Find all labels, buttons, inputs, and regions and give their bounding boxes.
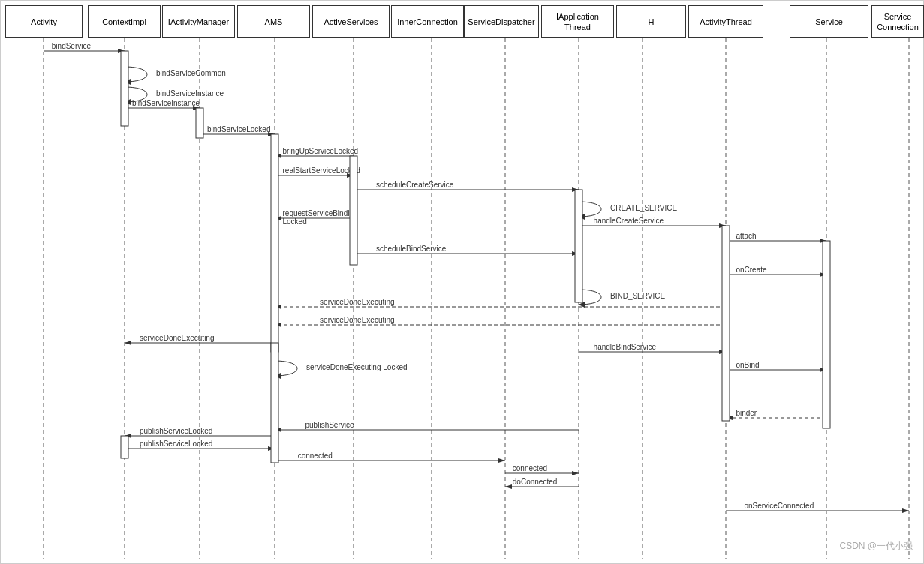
watermark: CSDN @一代小强 bbox=[839, 540, 913, 553]
svg-text:bindServiceLocked: bindServiceLocked bbox=[207, 125, 271, 134]
actor-iapplicationthread: IApplicationThread bbox=[541, 5, 614, 38]
svg-rect-99 bbox=[722, 226, 730, 421]
svg-rect-94 bbox=[121, 51, 128, 126]
svg-text:publishService: publishService bbox=[305, 421, 354, 429]
actor-serviceconnection: ServiceConnection bbox=[871, 5, 924, 38]
svg-text:serviceDoneExecuting: serviceDoneExecuting bbox=[320, 298, 394, 306]
svg-text:BIND_SERVICE: BIND_SERVICE bbox=[610, 292, 666, 300]
svg-text:binder: binder bbox=[736, 409, 757, 417]
svg-rect-102 bbox=[121, 436, 128, 458]
svg-rect-97 bbox=[350, 156, 357, 265]
svg-text:onServiceConnected: onServiceConnected bbox=[744, 502, 814, 510]
svg-marker-83 bbox=[498, 458, 505, 463]
svg-marker-92 bbox=[902, 508, 909, 513]
svg-text:serviceDoneExecuting: serviceDoneExecuting bbox=[140, 334, 215, 342]
actor-h: H bbox=[616, 5, 686, 38]
actor-innerconnection: InnerConnection bbox=[391, 5, 464, 38]
svg-rect-96 bbox=[271, 134, 278, 352]
svg-text:realStartServiceLocked: realStartServiceLocked bbox=[283, 166, 360, 175]
svg-text:bindServiceCommon: bindServiceCommon bbox=[156, 69, 226, 77]
svg-text:onCreate: onCreate bbox=[736, 266, 767, 274]
svg-text:connected: connected bbox=[298, 452, 333, 460]
svg-text:serviceDoneExecuting: serviceDoneExecuting bbox=[320, 316, 394, 324]
actor-service: Service bbox=[790, 5, 868, 38]
actor-iactivitymanager: IActivityManager bbox=[162, 5, 235, 38]
svg-text:publishServiceLocked: publishServiceLocked bbox=[140, 427, 212, 435]
actor-ams: AMS bbox=[237, 5, 310, 38]
svg-text:scheduleCreateService: scheduleCreateService bbox=[376, 181, 454, 189]
svg-text:bindService: bindService bbox=[52, 42, 92, 50]
svg-text:bindServiceInstance: bindServiceInstance bbox=[132, 99, 200, 107]
actor-activitythread: ActivityThread bbox=[688, 5, 763, 38]
svg-rect-101 bbox=[271, 343, 278, 463]
svg-text:attach: attach bbox=[736, 232, 756, 240]
svg-marker-89 bbox=[505, 484, 512, 489]
svg-text:serviceDoneExecuting Locked: serviceDoneExecuting Locked bbox=[306, 363, 408, 371]
svg-text:requestServiceBindingLocked: requestServiceBindingLocked bbox=[283, 209, 358, 226]
svg-text:handleCreateService: handleCreateService bbox=[594, 217, 664, 225]
svg-marker-60 bbox=[125, 340, 131, 345]
actor-contextimpl: ContextImpl bbox=[88, 5, 161, 38]
svg-text:scheduleBindService: scheduleBindService bbox=[376, 244, 447, 253]
svg-text:CREATE_SERVICE: CREATE_SERVICE bbox=[610, 204, 677, 212]
svg-text:bringUpServiceLocked: bringUpServiceLocked bbox=[283, 147, 359, 155]
actor-activity: Activity bbox=[5, 5, 83, 38]
svg-rect-98 bbox=[575, 190, 582, 302]
svg-text:bindServiceInstance: bindServiceInstance bbox=[156, 89, 224, 98]
svg-text:onBind: onBind bbox=[736, 361, 759, 369]
svg-rect-100 bbox=[823, 241, 830, 428]
svg-rect-95 bbox=[196, 108, 203, 138]
diagram-container: bindServicebindServiceCommonbindServiceI… bbox=[0, 0, 924, 564]
actor-servicedispatcher: ServiceDispatcher bbox=[464, 5, 539, 38]
actor-activeservices: ActiveServices bbox=[312, 5, 390, 38]
svg-text:handleBindService: handleBindService bbox=[594, 343, 657, 351]
sequence-diagram: bindServicebindServiceCommonbindServiceI… bbox=[1, 1, 924, 564]
svg-text:connected: connected bbox=[513, 464, 547, 472]
svg-text:doConnected: doConnected bbox=[513, 478, 558, 486]
svg-marker-86 bbox=[572, 471, 579, 476]
svg-text:publishServiceLocked: publishServiceLocked bbox=[140, 440, 212, 448]
